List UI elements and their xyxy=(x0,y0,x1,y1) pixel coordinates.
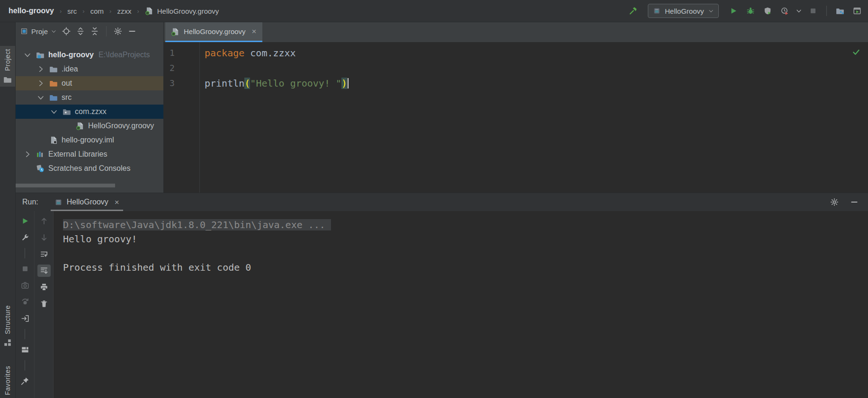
stripe-favorites-label: Favorites xyxy=(4,366,11,395)
line-number: 3 xyxy=(164,76,199,91)
layout-icon[interactable] xyxy=(18,344,32,356)
project-structure-icon[interactable] xyxy=(834,5,846,17)
stop-icon[interactable] xyxy=(807,5,819,17)
groovy-file-icon: G xyxy=(74,122,86,130)
code-content[interactable]: package com.zzxx println("Hello groovy! … xyxy=(200,42,868,193)
tree-item-hello-groovy[interactable]: hello-groovy E:\IdeaProjects xyxy=(16,48,163,62)
gear-icon[interactable] xyxy=(828,196,841,208)
run-panel-body: D:\software\Java\jdk1.8.0_221\bin\java.e… xyxy=(16,211,868,398)
console-line: Hello groovy! xyxy=(63,232,868,246)
build-hammer-icon[interactable] xyxy=(627,5,639,17)
code-line: println("Hello groovy! ") xyxy=(205,76,868,91)
code-token: println xyxy=(205,78,244,89)
svg-text:G: G xyxy=(172,32,174,35)
window-run-icon[interactable] xyxy=(851,5,863,17)
exit-icon[interactable] xyxy=(18,312,32,325)
editor-tab-title: HelloGroovy.groovy xyxy=(184,27,246,35)
up-arrow-icon[interactable] xyxy=(37,215,51,227)
run-panel-header: Run: HelloGroovy × xyxy=(16,193,868,211)
close-icon[interactable]: × xyxy=(115,198,119,206)
project-panel-actions xyxy=(61,26,137,36)
chevron-down-icon[interactable] xyxy=(21,51,34,59)
horizontal-scrollbar[interactable] xyxy=(16,184,115,187)
code-token: ) xyxy=(341,78,347,89)
expand-all-icon[interactable] xyxy=(75,26,86,36)
code-line xyxy=(205,61,868,76)
stripe-project-button[interactable]: Project xyxy=(0,46,15,87)
minimize-icon[interactable] xyxy=(848,196,860,208)
chevron-right-icon[interactable] xyxy=(21,150,34,159)
run-config-select[interactable]: HelloGroovy xyxy=(648,4,719,18)
rerun-icon[interactable] xyxy=(18,215,32,227)
breadcrumb-file[interactable]: G HelloGroovy.groovy xyxy=(145,7,219,15)
tree-item-com-zzxx[interactable]: com.zzxx xyxy=(16,105,163,119)
source-folder-icon xyxy=(47,93,60,102)
run-tab-title: HelloGroovy xyxy=(67,198,108,206)
debug-icon[interactable] xyxy=(744,5,757,17)
editor-tab-bar: G HelloGroovy.groovy × xyxy=(164,22,868,42)
collapse-all-icon[interactable] xyxy=(89,26,100,36)
wrench-icon[interactable] xyxy=(18,231,32,244)
toolbar-separator xyxy=(25,360,25,371)
tree-item-label: com.zzxx xyxy=(75,107,107,116)
breadcrumb-separator-icon: › xyxy=(60,8,62,15)
tree-item-label: .idea xyxy=(62,65,78,73)
profiler-icon[interactable] xyxy=(779,5,791,17)
soft-wrap-icon[interactable] xyxy=(37,248,51,260)
minimize-icon[interactable] xyxy=(127,26,137,36)
editor-tab[interactable]: G HelloGroovy.groovy × xyxy=(165,22,262,42)
run-panel-header-actions xyxy=(828,196,860,208)
groovy-file-icon: G xyxy=(171,27,179,36)
tree-item-hellogroovy-groovy[interactable]: G HelloGroovy.groovy xyxy=(16,119,163,133)
tree-item-external-libraries[interactable]: External Libraries xyxy=(16,147,163,161)
toolbar-separator xyxy=(25,329,25,339)
breadcrumb-item[interactable]: com xyxy=(90,7,104,15)
code-token: ( xyxy=(244,78,250,89)
chevron-down-icon xyxy=(708,9,714,14)
chevron-down-icon[interactable] xyxy=(47,107,61,116)
chevron-down-icon[interactable] xyxy=(34,93,47,102)
tree-item-idea[interactable]: .idea xyxy=(16,62,163,76)
project-panel-icon xyxy=(20,27,28,35)
breadcrumb-item[interactable]: src xyxy=(67,7,77,15)
camera-icon[interactable] xyxy=(18,279,32,292)
breadcrumb-separator-icon: › xyxy=(109,8,111,15)
pin-icon[interactable] xyxy=(18,375,32,387)
tree-item-scratches-and-consoles[interactable]: Scratches and Consoles xyxy=(16,161,163,176)
code-area[interactable]: 123 package com.zzxx println("Hello groo… xyxy=(164,42,868,193)
ide-window: hello-groovy›src›com›zzxx› G HelloGroovy… xyxy=(0,0,868,398)
run-tab[interactable]: HelloGroovy × xyxy=(51,193,123,211)
tree-item-hello-groovy-iml[interactable]: hello-groovy.iml xyxy=(16,133,163,147)
svg-text:G: G xyxy=(146,11,148,14)
chevron-right-icon[interactable] xyxy=(34,79,47,88)
target-icon[interactable] xyxy=(61,26,72,36)
trash-icon[interactable] xyxy=(37,298,51,310)
run-icon[interactable] xyxy=(727,5,740,17)
coverage-icon[interactable] xyxy=(761,5,774,17)
printer-icon[interactable] xyxy=(37,281,51,293)
chevron-right-icon[interactable] xyxy=(34,65,47,73)
close-icon[interactable]: × xyxy=(252,27,257,35)
breadcrumb: hello-groovy›src›com›zzxx› G HelloGroovy… xyxy=(0,7,219,15)
scroll-end-icon[interactable] xyxy=(37,265,51,277)
tree-item-src[interactable]: src xyxy=(16,90,163,105)
stop-icon[interactable] xyxy=(18,263,32,275)
breadcrumb-item[interactable]: hello-groovy xyxy=(9,7,54,15)
stripe-structure-button[interactable]: Structure xyxy=(0,302,15,350)
down-arrow-icon[interactable] xyxy=(37,231,51,244)
tree-item-label: out xyxy=(62,79,72,88)
tree-item-out[interactable]: out xyxy=(16,76,163,90)
chevron-down-icon[interactable] xyxy=(796,5,802,17)
inspections-ok-icon[interactable] xyxy=(852,48,860,56)
stripe-favorites-button[interactable]: Favorites xyxy=(0,363,15,398)
run-console[interactable]: D:\software\Java\jdk1.8.0_221\bin\java.e… xyxy=(54,211,868,398)
code-token: com.zzxx xyxy=(250,47,295,59)
tree-item-label: External Libraries xyxy=(48,150,107,159)
project-view-selector[interactable]: Proje xyxy=(20,27,56,35)
gear-icon[interactable] xyxy=(113,26,123,36)
editor-gutter: 123 xyxy=(164,42,200,193)
breadcrumb-item[interactable]: zzxx xyxy=(117,7,131,15)
code-token: "Hello groovy! " xyxy=(250,78,341,89)
run-tool-window: Run: HelloGroovy × D:\software\Java\jdk1… xyxy=(16,193,868,398)
restart-debug-icon[interactable] xyxy=(18,296,32,308)
